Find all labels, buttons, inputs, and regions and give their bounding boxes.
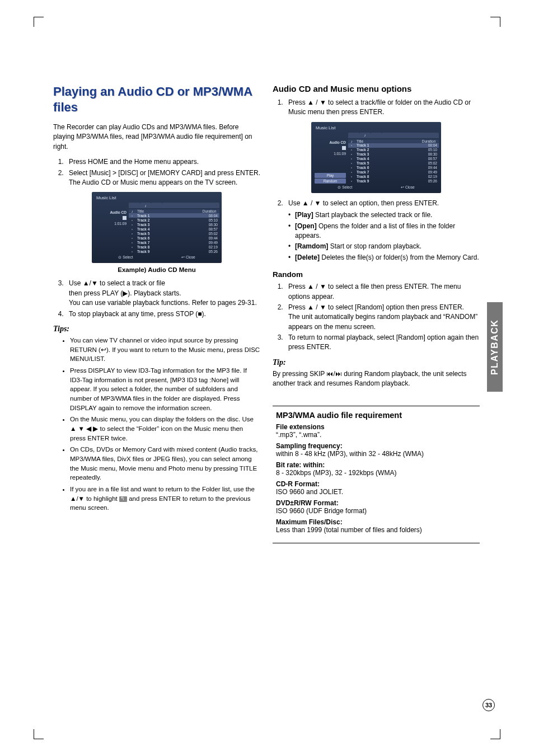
- ml-track-row[interactable]: Track 905:26: [348, 179, 439, 184]
- ml-track-row[interactable]: Track 709:49: [348, 170, 439, 175]
- track-icon: [129, 250, 135, 253]
- track-duration: 05:10: [419, 148, 439, 152]
- req-item: Maximum Files/Disc:Less than 1999 (total…: [276, 518, 476, 534]
- ml-head-title: Title: [355, 139, 419, 143]
- ml-track-row[interactable]: Track 609:44: [129, 236, 219, 240]
- step-3: Use ▲/▼ to select a track or file then p…: [65, 279, 260, 308]
- music-note-icon: ♪: [364, 133, 366, 137]
- track-duration: 09:44: [419, 166, 439, 170]
- random-step: Press ▲ / ▼ to select [Random] option th…: [285, 303, 480, 332]
- track-duration: 08:30: [419, 152, 439, 156]
- option-item: [Delete] Deletes the file(s) or folder(s…: [288, 253, 480, 262]
- ml-track-row[interactable]: Track 802:19: [129, 245, 219, 249]
- tips-list: You can view TV channel or video input s…: [53, 336, 260, 513]
- ml-head-duration: Duration: [419, 139, 439, 143]
- stop-icon: [342, 146, 346, 150]
- track-title: Track 4: [135, 227, 199, 231]
- ml-track-row[interactable]: Track 802:19: [348, 175, 439, 179]
- track-title: Track 6: [135, 236, 199, 240]
- req-value: within 8 - 48 kHz (MP3), within 32 - 48k…: [276, 450, 476, 458]
- track-icon: [348, 166, 355, 170]
- track-icon: [348, 157, 355, 161]
- req-value: Less than 1999 (total number of files an…: [276, 526, 476, 534]
- tips-heading: Tips:: [53, 325, 260, 334]
- ml-track-row[interactable]: Track 408:57: [348, 157, 439, 161]
- menu-step-1: Press ▲ / ▼ to select a track/file or fo…: [285, 98, 480, 118]
- ml-track-row[interactable]: Track 108:04: [129, 213, 219, 218]
- music-list-screenshot-2: Music List ♪ Audio CD 1:01:09 Play Rando…: [311, 122, 441, 193]
- req-heading: MP3/WMA audio file requirement: [276, 411, 476, 420]
- step-3a: Use ▲/▼ to select a track or file: [69, 279, 165, 287]
- ml-track-row[interactable]: Track 505:02: [129, 231, 219, 236]
- main-heading: Playing an Audio CD or MP3/WMA files: [53, 84, 260, 115]
- track-duration: 02:19: [199, 245, 219, 249]
- track-icon: [348, 175, 355, 179]
- ml-elapsed: 1:01:09: [315, 152, 346, 156]
- menu-steps: Press ▲ / ▼ to select a track/file or fo…: [273, 98, 480, 118]
- track-icon: [129, 245, 135, 249]
- steps-3-4: Use ▲/▼ to select a track or file then p…: [53, 279, 260, 319]
- req-item: File extensions“.mp3”, “.wma”.: [276, 423, 476, 439]
- ml-track-row[interactable]: Track 205:10: [348, 148, 439, 152]
- track-duration: 08:04: [419, 143, 439, 147]
- track-title: Track 4: [355, 157, 419, 161]
- option-item: [Play] Start playback the selected track…: [288, 210, 480, 220]
- option-key: [Delete]: [295, 253, 320, 261]
- track-duration: 09:44: [199, 236, 219, 240]
- track-icon: [348, 148, 355, 152]
- req-value: “.mp3”, “.wma”.: [276, 431, 476, 439]
- option-list: [Play] Start playback the selected track…: [288, 210, 480, 262]
- ml-foot-select: ⊙ Select: [118, 255, 133, 260]
- tip-item: You can view TV channel or video input s…: [70, 336, 260, 364]
- track-duration: 05:10: [199, 218, 219, 222]
- track-icon: [129, 214, 135, 218]
- random-step: To return to normal playback, select [Ra…: [285, 333, 480, 353]
- ml-source-label: Audio CD: [95, 210, 127, 214]
- left-column: Playing an Audio CD or MP3/WMA files The…: [53, 84, 260, 543]
- track-icon: [348, 143, 355, 147]
- option-desc: Start playback the selected track or fil…: [313, 211, 433, 219]
- ml-menu-random[interactable]: Random: [315, 179, 346, 184]
- step-2-text: Select [Music] > [DISC] or [MEMORY CARD]…: [69, 169, 260, 177]
- tip-body: By pressing SKIP ⏮/⏭ during Random playb…: [273, 369, 480, 389]
- req-key: Sampling frequency:: [276, 442, 476, 450]
- req-value: ISO 9660 (UDF Bridge format): [276, 507, 476, 515]
- track-duration: 05:02: [199, 232, 219, 236]
- ml-header-row: Title Duration: [129, 209, 219, 213]
- ml-track-row[interactable]: Track 308:30: [348, 152, 439, 157]
- menu-steps-2: Use ▲ / ▼ to select an option, then pres…: [273, 199, 480, 262]
- step-2: Select [Music] > [DISC] or [MEMORY CARD]…: [65, 168, 260, 188]
- track-duration: 02:19: [419, 175, 439, 179]
- ml-elapsed: 1:01:09: [95, 222, 127, 226]
- track-title: Track 5: [355, 161, 419, 165]
- track-icon: [129, 241, 135, 245]
- ml-track-row[interactable]: Track 308:30: [129, 222, 219, 227]
- ml-track-row[interactable]: Track 505:02: [348, 161, 439, 166]
- step-2-note: The Audio CD or Music menu appears on th…: [69, 178, 260, 187]
- right-column: Audio CD and Music menu options Press ▲ …: [273, 84, 480, 543]
- ml-foot-close: ↩ Close: [181, 255, 195, 260]
- ml-track-row[interactable]: Track 609:44: [348, 166, 439, 170]
- track-title: Track 2: [355, 148, 419, 152]
- track-title: Track 5: [135, 232, 199, 236]
- tip-item: Press DISPLAY to view ID3-Tag informatio…: [70, 366, 260, 412]
- requirement-box: MP3/WMA audio file requirement File exte…: [273, 406, 480, 543]
- req-key: CD-R Format:: [276, 480, 476, 488]
- track-duration: 08:57: [199, 227, 219, 231]
- track-icon: [129, 236, 135, 240]
- ml-track-row[interactable]: Track 408:57: [129, 227, 219, 231]
- intro-text: The Recorder can play Audio CDs and MP3/…: [53, 123, 260, 152]
- track-title: Track 1: [355, 143, 419, 147]
- page-content: Playing an Audio CD or MP3/WMA files The…: [53, 84, 484, 543]
- ml-track-row[interactable]: Track 709:49: [129, 240, 219, 245]
- track-duration: 08:04: [199, 214, 219, 218]
- ml-source-label: Audio CD: [315, 140, 346, 144]
- step-4: To stop playback at any time, press STOP…: [65, 309, 260, 319]
- ml-track-row[interactable]: Track 108:04: [348, 143, 439, 148]
- ml-track-row[interactable]: Track 905:26: [129, 249, 219, 253]
- ml-head-duration: Duration: [199, 209, 219, 213]
- option-item: [Open] Opens the folder and a list of fi…: [288, 222, 480, 241]
- ml-menu-play[interactable]: Play: [315, 173, 346, 178]
- screenshot-caption: Example) Audio CD Menu: [53, 266, 260, 273]
- ml-track-row[interactable]: Track 205:10: [129, 218, 219, 222]
